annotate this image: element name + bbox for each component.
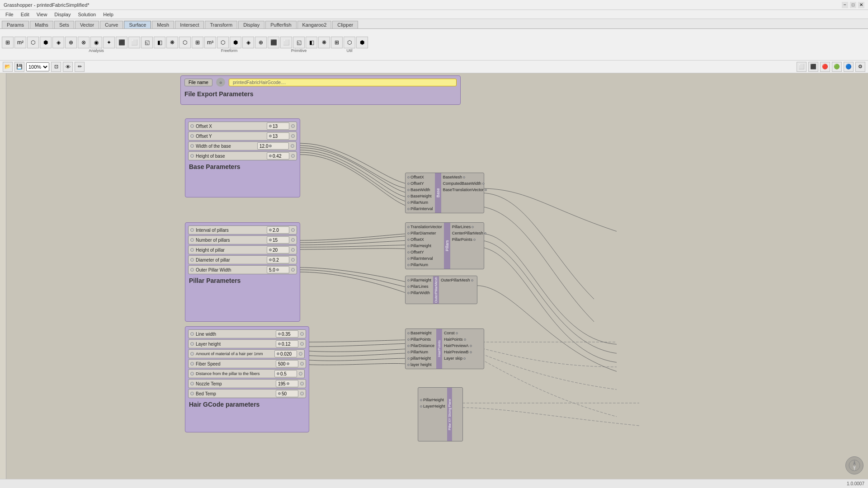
tb-btn-3[interactable]: ⬡: [27, 37, 39, 48]
tb-btn-1[interactable]: ⊞: [2, 37, 14, 48]
tb2-view1[interactable]: 👁: [63, 62, 73, 72]
tb-btn-13[interactable]: ◧: [154, 37, 165, 48]
tb-btn-8[interactable]: ◉: [90, 37, 102, 48]
tab-vector[interactable]: Vector: [75, 21, 99, 28]
minimize-button[interactable]: −: [842, 2, 848, 8]
file-name-node[interactable]: File name: [184, 79, 212, 86]
tb-btn-16[interactable]: ⊞: [192, 37, 203, 48]
param-nozzle-temp[interactable]: Nozzle Temp 195: [188, 379, 306, 388]
menu-solution[interactable]: Solution: [74, 11, 99, 18]
tb2-settings[interactable]: ✏: [75, 62, 85, 72]
hair-points-node[interactable]: BaseHeight PillarPoints PilarDistance Pi…: [405, 328, 484, 369]
param-fiber-speed[interactable]: Fiber Speed 500: [188, 359, 306, 368]
tb-btn-22[interactable]: ⬛: [268, 37, 279, 48]
tb-btn-9[interactable]: ✦: [103, 37, 115, 48]
tb2-r5[interactable]: 🔵: [844, 62, 854, 72]
tb-btn-19[interactable]: ⬢: [230, 37, 241, 48]
param-value-height-base[interactable]: 0.42: [267, 152, 289, 160]
canvas[interactable]: File name ○ printedFabricHairGcode.... F…: [6, 73, 868, 479]
tb2-r4[interactable]: 🟢: [832, 62, 842, 72]
tb-btn-10[interactable]: ⬛: [116, 37, 127, 48]
tab-transform[interactable]: Transform: [205, 21, 237, 28]
param-value-num-pillars[interactable]: 15: [267, 236, 289, 244]
menu-help[interactable]: Help: [99, 11, 117, 18]
param-line-width[interactable]: Line width 0.35: [188, 329, 306, 338]
param-width-base[interactable]: Width of the base 12.0: [188, 141, 297, 150]
zoom-select[interactable]: 100% 75% 150%: [26, 62, 49, 71]
tb-btn-12[interactable]: ◱: [141, 37, 153, 48]
param-layer-height[interactable]: Layer height 0.12: [188, 339, 306, 348]
tb-btn-2[interactable]: m²: [14, 37, 26, 48]
tb-btn-21[interactable]: ⊕: [255, 37, 267, 48]
tb-btn-18[interactable]: ⬡: [217, 37, 229, 48]
tb-btn-25[interactable]: ◧: [306, 37, 317, 48]
param-outer-pillar-width[interactable]: Outer Pillar Width 5.0: [188, 265, 297, 274]
tab-params[interactable]: Params: [2, 21, 29, 28]
tab-maths[interactable]: Maths: [30, 21, 53, 28]
tb-btn-14[interactable]: ❋: [166, 37, 178, 48]
tab-intersect[interactable]: Intersect: [175, 21, 204, 28]
param-value-fiber-speed[interactable]: 500: [276, 360, 298, 367]
param-value-outer-width[interactable]: 5.0: [267, 266, 289, 273]
menu-view[interactable]: View: [33, 11, 51, 18]
base-node[interactable]: OffsetX OffsetY BaseWidth BaseHeight Pil…: [405, 173, 484, 213]
tb-btn-20[interactable]: ◈: [242, 37, 254, 48]
param-value-bed-temp[interactable]: 50: [276, 390, 298, 397]
menu-display[interactable]: Display: [51, 11, 74, 18]
close-button[interactable]: ✕: [858, 2, 864, 8]
param-offset-x[interactable]: Offset X 13: [188, 122, 297, 131]
tab-kangaroo2[interactable]: Kangaroo2: [297, 21, 332, 28]
param-interval-pillars[interactable]: Interval of pillars 2.0: [188, 225, 297, 235]
tb-btn-5[interactable]: ◈: [52, 37, 64, 48]
pillars-node[interactable]: TranslationVector PillarDiameter OffsetX…: [405, 222, 484, 269]
tb2-fit[interactable]: ⊡: [51, 62, 61, 72]
param-value-interval[interactable]: 2.0: [267, 226, 289, 234]
param-pillar-distance[interactable]: Distance from the pillar to the fibers 0…: [188, 369, 305, 378]
tb-btn-11[interactable]: ⬜: [128, 37, 140, 48]
tab-pufferfish[interactable]: Pufferfish: [265, 21, 296, 28]
tb-btn-15[interactable]: ⬡: [179, 37, 191, 48]
menu-edit[interactable]: Edit: [17, 11, 33, 18]
param-material-amount[interactable]: Amount of material of a hair per 1mm 0.0…: [188, 349, 305, 358]
tb-btn-27[interactable]: ⊞: [331, 37, 343, 48]
tab-curve[interactable]: Curve: [100, 21, 123, 28]
tb-btn-4[interactable]: ⬢: [40, 37, 52, 48]
tb-btn-7[interactable]: ⊗: [78, 37, 90, 48]
tb2-r1[interactable]: ⬜: [797, 62, 807, 72]
tb2-open[interactable]: 📂: [3, 62, 13, 72]
param-value-height-pillar[interactable]: 20: [267, 246, 289, 253]
tb2-r6[interactable]: ⚙: [855, 62, 865, 72]
tb-btn-28[interactable]: ⬡: [344, 37, 355, 48]
tab-surface[interactable]: Surface: [124, 21, 151, 28]
param-num-pillars[interactable]: Number of pillars 15: [188, 235, 297, 244]
param-height-pillar[interactable]: Height of pillar 20: [188, 245, 297, 254]
tb-btn-17[interactable]: m³: [204, 37, 216, 48]
param-value-pillar-distance[interactable]: 0.5: [274, 370, 297, 377]
tb2-r3[interactable]: 🔴: [820, 62, 830, 72]
tb-btn-23[interactable]: ⬜: [280, 37, 292, 48]
param-value-width-base[interactable]: 12.0: [257, 142, 289, 150]
param-value-offset-y[interactable]: 13: [267, 132, 289, 140]
param-bed-temp[interactable]: Bed Temp 50: [188, 389, 306, 398]
tb2-r2[interactable]: ⬛: [808, 62, 818, 72]
menu-file[interactable]: File: [2, 11, 17, 18]
param-value-nozzle-temp[interactable]: 195: [276, 380, 298, 387]
tab-sets[interactable]: Sets: [54, 21, 74, 28]
tb2-save[interactable]: 💾: [14, 62, 24, 72]
param-value-diameter[interactable]: 0.2: [267, 256, 289, 263]
param-value-layer-height[interactable]: 0.12: [276, 340, 298, 347]
param-value-line-width[interactable]: 0.35: [276, 330, 298, 338]
tab-mesh[interactable]: Mesh: [152, 21, 174, 28]
tb-btn-26[interactable]: ❋: [318, 37, 330, 48]
outer-pillar-node[interactable]: PillarHeight PilarLines PillarWidth Oute…: [405, 276, 477, 304]
tb-btn-6[interactable]: ⊕: [65, 37, 77, 48]
tab-display[interactable]: Display: [238, 21, 264, 28]
tb-btn-24[interactable]: ◱: [293, 37, 305, 48]
param-offset-y[interactable]: Offset Y 13: [188, 131, 297, 141]
param-diameter-pillar[interactable]: Diameter of pillar 0.2: [188, 255, 297, 264]
tb-btn-29[interactable]: ⬢: [356, 37, 368, 48]
param-value-offset-x[interactable]: 13: [267, 122, 289, 130]
tab-clipper[interactable]: Clipper: [332, 21, 358, 28]
maximize-button[interactable]: □: [850, 2, 856, 8]
pillar-xy-node[interactable]: PillarHeight LayerHeight Pillar XY Slici…: [418, 387, 463, 441]
